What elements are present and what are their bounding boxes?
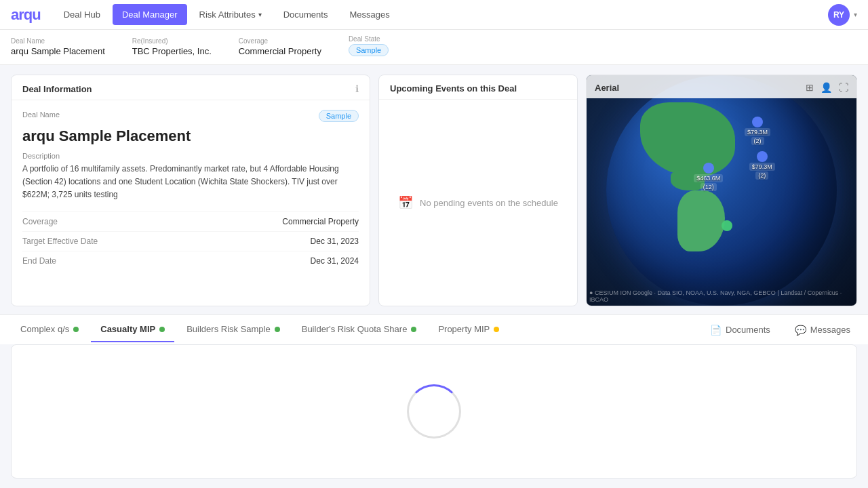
description-text: A portfolio of 16 multifamily assets. Pr… bbox=[22, 163, 359, 202]
tab-dot-casualty-mip bbox=[159, 327, 165, 332]
deal-state-field: Deal State Sample bbox=[349, 35, 389, 56]
aerial-header: Aerial ⊞ 👤 ⛶ bbox=[587, 75, 856, 98]
end-date-row: End Date Dec 31, 2024 bbox=[22, 251, 359, 270]
aerial-icons: ⊞ 👤 ⛶ bbox=[806, 82, 848, 93]
tab-builders-risk-sample[interactable]: Builders Risk Sample bbox=[177, 317, 290, 342]
cluster-dot-4 bbox=[722, 220, 732, 231]
deal-info-card-body: Deal Name Sample arqu Sample Placement D… bbox=[12, 100, 370, 280]
avatar[interactable]: RY bbox=[828, 4, 850, 26]
nav-items: Deal Hub Deal Manager Risk Attributes ▾ … bbox=[54, 4, 828, 25]
deal-name-field: Deal Name arqu Sample Placement bbox=[11, 37, 105, 56]
user-chevron-icon: ▾ bbox=[854, 11, 857, 18]
info-icon[interactable]: ℹ bbox=[355, 83, 359, 94]
tabs-section: Complex q/s Casualty MIP Builders Risk S… bbox=[0, 314, 868, 344]
cluster-2: $463.6M (12) bbox=[694, 163, 723, 191]
events-title: Upcoming Events on this Deal bbox=[390, 83, 517, 94]
logo-text: arqu bbox=[11, 6, 41, 24]
tabs-actions: 📄 Documents 💬 Messages bbox=[703, 321, 857, 340]
documents-action-icon: 📄 bbox=[710, 325, 722, 336]
tab-casualty-mip[interactable]: Casualty MIP bbox=[91, 317, 174, 342]
layers-icon[interactable]: ⊞ bbox=[806, 82, 814, 93]
messages-action-button[interactable]: 💬 Messages bbox=[788, 321, 857, 340]
deal-bar: Deal Name arqu Sample Placement Re(Insur… bbox=[0, 30, 868, 65]
globe-container: $79.3M (2) $463.6M (12) $79.3M (2) bbox=[587, 75, 856, 306]
events-card-header: Upcoming Events on this Deal bbox=[379, 75, 577, 100]
cards-row: Deal Information ℹ Deal Name Sample arqu… bbox=[0, 65, 868, 314]
nav-documents[interactable]: Documents bbox=[274, 4, 338, 25]
documents-action-button[interactable]: 📄 Documents bbox=[703, 321, 777, 340]
loading-row bbox=[0, 344, 868, 488]
deal-info-badge: Sample bbox=[319, 110, 359, 122]
deal-state-badge: Sample bbox=[349, 44, 389, 56]
events-card: Upcoming Events on this Deal 📅 No pendin… bbox=[378, 75, 578, 306]
tab-dot-complex-qs bbox=[73, 327, 79, 332]
description-label: Description bbox=[22, 152, 359, 160]
deal-info-title: Deal Information bbox=[22, 84, 92, 94]
cluster-dot-2 bbox=[703, 163, 714, 174]
loading-area bbox=[11, 344, 857, 479]
coverage-field: Coverage Commercial Property bbox=[239, 37, 321, 56]
coverage-row: Coverage Commercial Property bbox=[22, 211, 359, 231]
header: arqu Deal Hub Deal Manager Risk Attribut… bbox=[0, 0, 868, 30]
cesium-credit: ● CESIUM ION Google · Data SIO, NOAA, U.… bbox=[589, 289, 854, 303]
aerial-card: Aerial ⊞ 👤 ⛶ bbox=[586, 75, 857, 306]
tab-dot-builders-quota bbox=[411, 327, 416, 332]
tab-dot-property-mip bbox=[494, 327, 499, 332]
loading-spinner bbox=[407, 384, 461, 439]
messages-action-icon: 💬 bbox=[795, 325, 806, 336]
nav-risk-attributes[interactable]: Risk Attributes ▾ bbox=[190, 4, 271, 25]
target-date-row: Target Effective Date Dec 31, 2023 bbox=[22, 231, 359, 251]
cluster-dot-1 bbox=[752, 117, 763, 127]
tab-property-mip[interactable]: Property MIP bbox=[429, 317, 509, 342]
calendar-icon: 📅 bbox=[398, 195, 413, 210]
deal-name-label: Deal Name bbox=[22, 110, 60, 119]
nav-messages[interactable]: Messages bbox=[340, 4, 399, 25]
deal-name-header: Deal Name Sample bbox=[22, 110, 359, 122]
deal-info-deal-title: arqu Sample Placement bbox=[22, 127, 359, 145]
tabs-list: Complex q/s Casualty MIP Builders Risk S… bbox=[11, 317, 509, 342]
reinsured-field: Re(Insured) TBC Properties, Inc. bbox=[132, 37, 212, 56]
deal-info-card-header: Deal Information ℹ bbox=[12, 75, 370, 100]
aerial-title: Aerial bbox=[595, 83, 619, 93]
location-icon[interactable]: 👤 bbox=[821, 82, 832, 93]
cluster-4 bbox=[722, 220, 732, 231]
user-section[interactable]: RY ▾ bbox=[828, 4, 857, 26]
events-empty-state: 📅 No pending events on the schedule bbox=[379, 100, 577, 306]
globe: $79.3M (2) $463.6M (12) $79.3M (2) bbox=[606, 75, 837, 306]
expand-icon[interactable]: ⛶ bbox=[839, 82, 848, 93]
deal-information-card: Deal Information ℹ Deal Name Sample arqu… bbox=[11, 75, 370, 306]
cluster-dot-3 bbox=[757, 151, 768, 162]
risk-attributes-chevron-icon: ▾ bbox=[258, 11, 262, 18]
cluster-1: $79.3M (2) bbox=[745, 117, 770, 145]
nav-deal-hub[interactable]: Deal Hub bbox=[54, 4, 110, 25]
nav-deal-manager[interactable]: Deal Manager bbox=[113, 4, 187, 25]
content-area: Deal Information ℹ Deal Name Sample arqu… bbox=[0, 65, 868, 488]
tab-complex-qs[interactable]: Complex q/s bbox=[11, 317, 88, 342]
land-south-america bbox=[677, 190, 725, 251]
tab-dot-builders-risk-sample bbox=[275, 327, 280, 332]
cluster-3: $79.3M (2) bbox=[749, 151, 775, 180]
logo: arqu bbox=[11, 6, 41, 24]
tab-builders-risk-quota-share[interactable]: Builder's Risk Quota Share bbox=[292, 317, 427, 342]
